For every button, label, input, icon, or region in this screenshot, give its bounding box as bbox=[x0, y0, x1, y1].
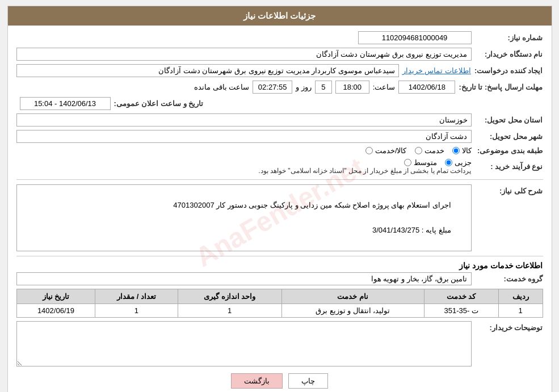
cell-kod: ت -35-351 bbox=[424, 304, 498, 318]
cell-tarikh: 1402/06/19 bbox=[16, 304, 95, 318]
tosihaat-label: توضیحات خریدار: bbox=[475, 321, 543, 332]
ostan-value: خوزستان bbox=[16, 113, 472, 127]
noe-farayand-row: نوع فرآیند خرید : جزیی متوسط پرداخت تمام… bbox=[16, 158, 543, 175]
noe-farayand-label: نوع فرآیند خرید : bbox=[475, 162, 543, 171]
taarikh-row: 1402/06/13 - 15:04 تاریخ و ساعت اعلان عم… bbox=[16, 97, 543, 110]
mohlat-saaat-label: ساعت: bbox=[373, 83, 396, 91]
noe-mottaset-radio[interactable] bbox=[404, 159, 411, 166]
tabaqe-label: طبقه بندی موضوعی: bbox=[475, 146, 543, 155]
cell-nam: تولید، انتقال و توزیع برق bbox=[281, 304, 424, 318]
services-section-title: اطلاعات خدمات مورد نیاز bbox=[16, 261, 543, 270]
mohlat-mande: 02:27:55 bbox=[253, 81, 292, 94]
shahr-label: شهر محل تحویل: bbox=[475, 132, 543, 141]
sharh-value: اجرای استعلام بهای پروژه اصلاح شبکه مین … bbox=[16, 184, 472, 251]
col-tarikh: تاریخ نیاز bbox=[16, 289, 95, 304]
table-row: 1ت -35-351تولید، انتقال و توزیع برق11140… bbox=[16, 304, 543, 318]
tabaqe-kala-label: کالا bbox=[462, 146, 472, 155]
grooh-row: گروه خدمت: تامین برق، گاز، بخار و تهویه … bbox=[16, 272, 543, 285]
tabaqe-kala-khedmat[interactable]: کالا/خدمت bbox=[365, 146, 407, 155]
col-kod: کد خدمت bbox=[424, 289, 498, 304]
cell-vahed: 1 bbox=[178, 304, 281, 318]
shomare-niaz-row: شماره نیاز: 1102094681000049 bbox=[16, 31, 543, 44]
main-container: جزئیات اطلاعات نیاز AnaFender.net شماره … bbox=[7, 6, 552, 392]
tosihaat-row: توضیحات خریدار: bbox=[16, 321, 543, 366]
ijad-konande-label: ایجاد کننده درخواست: bbox=[474, 66, 543, 75]
table-header-row: ردیف کد خدمت نام خدمت واحد اندازه گیری ت… bbox=[16, 289, 543, 304]
noe-farayand-radio-row: جزیی متوسط bbox=[16, 158, 472, 167]
cell-radif: 1 bbox=[498, 304, 543, 318]
noe-jozei-radio[interactable] bbox=[445, 159, 452, 166]
tosihaat-input[interactable] bbox=[16, 321, 472, 366]
sharh-row: شرح کلی نیاز: اجرای استعلام بهای پروژه ا… bbox=[16, 184, 543, 251]
cell-tedad: 1 bbox=[95, 304, 178, 318]
ostan-label: استان محل تحویل: bbox=[475, 116, 543, 124]
tabaqe-row: طبقه بندی موضوعی: کالا خدمت کالا/خدمت bbox=[16, 146, 543, 155]
sharh-label: شرح کلی نیاز: bbox=[475, 184, 543, 195]
tabaqe-khedmat[interactable]: خدمت bbox=[415, 146, 444, 155]
taarikh-value: 1402/06/13 - 15:04 bbox=[20, 97, 111, 110]
tabaqe-radio-group: کالا خدمت کالا/خدمت bbox=[365, 146, 472, 155]
ijad-konande-row: ایجاد کننده درخواست: اطلاعات تماس خریدار… bbox=[16, 64, 543, 77]
noe-mottaset[interactable]: متوسط bbox=[404, 158, 437, 167]
page-header: جزئیات اطلاعات نیاز bbox=[8, 6, 552, 26]
nam-dastgah-value: مدیریت توزیع نیروی برق شهرستان دشت آزادگ… bbox=[16, 48, 472, 61]
nam-dastgah-row: نام دستگاه خریدار: مدیریت توزیع نیروی بر… bbox=[16, 48, 543, 61]
tabaqe-kala-khedmat-radio[interactable] bbox=[365, 147, 373, 154]
grooh-label: گروه خدمت: bbox=[475, 275, 543, 283]
page-title: جزئیات اطلاعات نیاز bbox=[243, 11, 316, 20]
col-vahed: واحد اندازه گیری bbox=[178, 289, 281, 304]
shahr-row: شهر محل تحویل: دشت آزادگان bbox=[16, 130, 543, 143]
print-button[interactable]: چاپ bbox=[288, 373, 328, 389]
services-table: ردیف کد خدمت نام خدمت واحد اندازه گیری ت… bbox=[16, 289, 543, 318]
shomare-niaz-value: 1102094681000049 bbox=[358, 31, 472, 44]
mohlat-date: 1402/06/18 bbox=[398, 81, 455, 94]
tabaqe-kala-radio[interactable] bbox=[452, 147, 460, 154]
noe-jozei[interactable]: جزیی bbox=[445, 158, 472, 167]
ijad-konande-link[interactable]: اطلاعات تماس خریدار bbox=[402, 66, 471, 75]
noe-mottaset-label: متوسط bbox=[414, 158, 437, 167]
noe-farayand-group: جزیی متوسط پرداخت تمام یا بخشی از مبلغ خ… bbox=[16, 158, 472, 175]
shahr-value: دشت آزادگان bbox=[16, 130, 472, 143]
mohlat-roz-label: روز و bbox=[296, 83, 312, 91]
mohlat-roz: 5 bbox=[315, 81, 332, 94]
mohlat-row: مهلت ارسال پاسخ: تا تاریخ: 1402/06/18 سا… bbox=[16, 81, 543, 94]
tabaqe-kala-khedmat-label: کالا/خدمت bbox=[375, 146, 407, 155]
page-content: AnaFender.net شماره نیاز: 11020946810000… bbox=[8, 26, 552, 392]
noe-farayand-note: پرداخت تمام یا بخشی از مبلغ خریدار از مح… bbox=[16, 167, 472, 175]
ostan-row: استان محل تحویل: خوزستان bbox=[16, 113, 543, 127]
divider1 bbox=[16, 179, 543, 180]
tabaqe-khedmat-radio[interactable] bbox=[415, 147, 422, 154]
mohlat-mande-label: ساعت باقی مانده bbox=[194, 83, 249, 91]
taarikh-label: تاریخ و ساعت اعلان عمومی: bbox=[114, 99, 204, 108]
back-button[interactable]: بازگشت bbox=[231, 373, 283, 389]
nam-dastgah-label: نام دستگاه خریدار: bbox=[475, 50, 543, 58]
mohlat-saaat: 18:00 bbox=[335, 81, 369, 94]
mohlat-label: مهلت ارسال پاسخ: تا تاریخ: bbox=[459, 83, 543, 91]
tabaqe-khedmat-label: خدمت bbox=[424, 146, 444, 155]
mohlat-date-row: 1402/06/18 ساعت: 18:00 5 روز و 02:27:55 … bbox=[194, 81, 455, 94]
buttons-row: چاپ بازگشت bbox=[16, 373, 543, 389]
grooh-value: تامین برق، گاز، بخار و تهویه هوا bbox=[16, 272, 472, 285]
ijad-konande-value: سیدعباس موسوی کاربردار مدیریت توزیع نیرو… bbox=[16, 64, 399, 77]
col-nam: نام خدمت bbox=[281, 289, 424, 304]
tabaqe-kala[interactable]: کالا bbox=[452, 146, 472, 155]
noe-jozei-label: جزیی bbox=[455, 158, 472, 167]
shomare-niaz-label: شماره نیاز: bbox=[475, 33, 543, 42]
col-radif: ردیف bbox=[498, 289, 543, 304]
divider2 bbox=[16, 256, 543, 256]
col-tedad: تعداد / مقدار bbox=[95, 289, 178, 304]
